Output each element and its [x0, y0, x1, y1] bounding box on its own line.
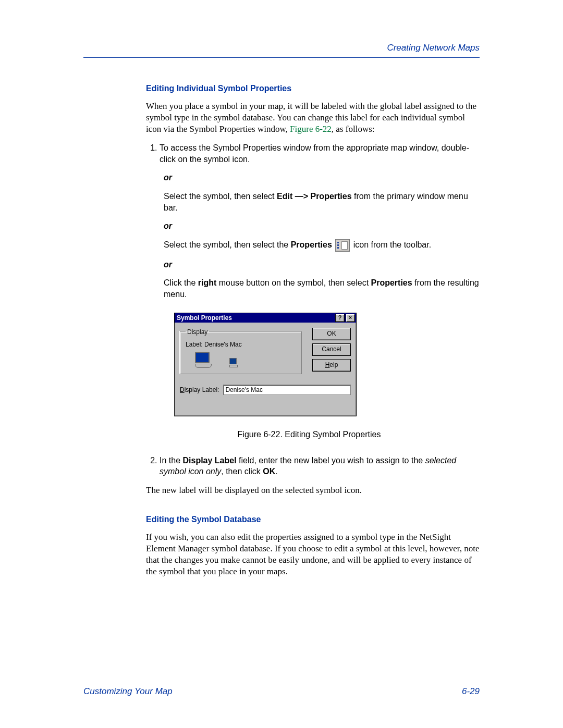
or-separator: or [164, 220, 480, 232]
after-steps-text: The new label will be displayed on the s… [146, 485, 480, 496]
step-1b-pre: Select the symbol, then select [164, 192, 277, 201]
label-row: Label: Denise's Mac [186, 340, 297, 349]
step-2-post2: . [275, 467, 277, 476]
step-1d: Click the right mouse button on the symb… [164, 277, 480, 300]
footer-page-number: 6-29 [462, 686, 480, 697]
properties-toolbar-icon [335, 239, 350, 252]
dialog-title: Symbol Properties [177, 314, 334, 322]
step-1c-pre: Select the symbol, then select the [164, 240, 291, 249]
step-2-pre: In the [160, 456, 182, 465]
figure-caption: Figure 6-22. Editing Symbol Properties [139, 429, 480, 440]
dialog-close-button[interactable]: × [346, 314, 355, 322]
label-prefix: Label: [186, 341, 203, 348]
step-1b: Select the symbol, then select Edit —> P… [164, 191, 480, 213]
dialog-help-button[interactable]: ? [335, 314, 345, 322]
section-heading-editing-database: Editing the Symbol Database [146, 515, 480, 524]
label-value: Denise's Mac [204, 341, 242, 348]
symbol-properties-dialog: Symbol Properties ? × Display Label: Den… [174, 313, 357, 416]
step-1c-post: icon from the toolbar. [353, 240, 431, 249]
step-1d-mid: mouse button on the symbol, then select [216, 278, 371, 287]
display-label-rest: isplay Label: [185, 386, 219, 393]
step-2-bold2: OK [263, 467, 275, 476]
step-1c: Select the symbol, then select the Prope… [164, 239, 480, 252]
step-2-mid: field, enter the new label you wish to a… [237, 456, 425, 465]
step-1-text: To access the Symbol Properties window f… [160, 143, 469, 164]
section2-body: If you wish, you can also edit the prope… [146, 532, 480, 577]
step-1d-bold2: Properties [371, 278, 412, 287]
step-1d-bold1: right [198, 278, 217, 287]
or-separator: or [164, 172, 480, 183]
step-2-bold1: Display Label [182, 456, 236, 465]
display-group: Display Label: Denise's Mac [180, 328, 302, 374]
ok-button[interactable]: OK [312, 328, 351, 340]
step-1: To access the Symbol Properties window f… [160, 142, 480, 440]
help-button[interactable]: Help [312, 359, 351, 372]
step-2-post1: , then click [221, 467, 263, 476]
step-1c-bold: Properties [291, 240, 332, 249]
step-1d-pre: Click the [164, 278, 198, 287]
intro-paragraph: When you place a symbol in your map, it … [146, 101, 480, 135]
display-label-accel: D [180, 386, 185, 393]
small-monitor-icon [229, 358, 238, 366]
header-rule [83, 57, 480, 58]
dialog-titlebar[interactable]: Symbol Properties ? × [175, 313, 356, 323]
section-heading-editing-individual: Editing Individual Symbol Properties [146, 84, 480, 93]
or-separator: or [164, 259, 480, 270]
intro-text-2: , as follows: [332, 124, 375, 134]
page-header-title: Creating Network Maps [83, 43, 480, 53]
display-group-legend: Display [186, 328, 209, 336]
footer-left: Customizing Your Map [83, 686, 173, 697]
display-label-input[interactable]: Denise's Mac [223, 385, 351, 395]
figure-reference-link[interactable]: Figure 6-22 [290, 124, 332, 134]
step-2: In the Display Label field, enter the ne… [160, 455, 480, 477]
monitor-icon [195, 352, 211, 366]
step-1b-bold: Edit —> Properties [277, 192, 352, 201]
display-label-field-label: Display Label: [180, 386, 219, 394]
cancel-button[interactable]: Cancel [312, 343, 351, 356]
